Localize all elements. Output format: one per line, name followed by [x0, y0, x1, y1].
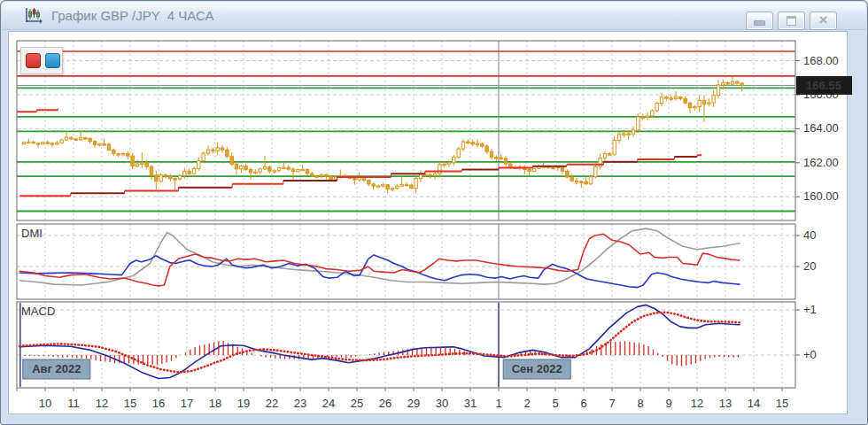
svg-text:20: 20	[803, 259, 816, 273]
svg-text:7: 7	[608, 397, 615, 410]
svg-text:168.00: 168.00	[803, 54, 839, 67]
svg-text:DMI: DMI	[21, 227, 43, 240]
svg-text:6: 6	[580, 397, 586, 410]
trend-line	[17, 108, 701, 196]
svg-text:23: 23	[294, 397, 306, 410]
svg-text:17: 17	[181, 397, 193, 410]
chart-window: График GBP /JPY 4 ЧАСА × DMIMACDАвг 2022…	[0, 0, 868, 425]
svg-text:16: 16	[152, 397, 165, 410]
svg-text:22: 22	[266, 397, 278, 410]
svg-text:31: 31	[464, 397, 477, 410]
svg-text:40: 40	[803, 228, 816, 242]
svg-text:30: 30	[436, 397, 448, 410]
svg-text:8: 8	[637, 397, 643, 410]
grid-lines	[17, 41, 795, 388]
svg-text:13: 13	[719, 397, 732, 410]
svg-text:2: 2	[523, 397, 530, 410]
svg-text:12: 12	[96, 397, 108, 410]
month-separators	[20, 41, 499, 387]
svg-text:+1: +1	[803, 303, 817, 316]
svg-text:26: 26	[379, 397, 391, 410]
svg-text:Авг 2022: Авг 2022	[32, 362, 81, 375]
price-chart-canvas: DMIMACDАвг 2022Сен 2022168.00166.00164.0…	[1, 1, 868, 425]
time-axis-labels: 1011121516171819222324252629303112567891…	[39, 397, 788, 410]
svg-text:5: 5	[552, 397, 558, 410]
price-axis-labels: 168.00166.00164.00162.00160.004020+1+0	[795, 54, 839, 361]
svg-text:25: 25	[351, 397, 363, 410]
panel-borders	[17, 41, 795, 391]
svg-text:164.00: 164.00	[803, 121, 839, 135]
svg-text:Сен 2022: Сен 2022	[512, 362, 562, 375]
svg-text:MACD: MACD	[21, 305, 55, 318]
month-labels: Авг 2022Сен 2022	[23, 359, 570, 379]
svg-text:19: 19	[237, 397, 250, 410]
chart-mini-toolbar	[20, 47, 63, 74]
svg-text:24: 24	[322, 397, 335, 410]
svg-text:162.00: 162.00	[803, 156, 839, 169]
price-levels	[17, 51, 795, 211]
svg-text:10: 10	[39, 397, 51, 410]
toolbar-red-button[interactable]	[26, 53, 41, 68]
svg-text:29: 29	[407, 397, 420, 410]
svg-text:15: 15	[776, 397, 788, 410]
svg-text:12: 12	[691, 397, 703, 410]
toolbar-blue-button[interactable]	[45, 53, 60, 68]
svg-text:1: 1	[495, 397, 501, 410]
current-price-badge: 166.55	[796, 76, 852, 95]
svg-text:11: 11	[67, 397, 80, 410]
svg-text:18: 18	[209, 397, 221, 410]
svg-text:9: 9	[665, 397, 671, 410]
svg-text:160.00: 160.00	[803, 189, 839, 203]
svg-text:166.55: 166.55	[806, 79, 841, 92]
svg-text:15: 15	[124, 397, 136, 410]
svg-text:+0: +0	[803, 348, 817, 361]
svg-text:14: 14	[748, 397, 760, 410]
macd-panel: MACD	[19, 305, 740, 379]
